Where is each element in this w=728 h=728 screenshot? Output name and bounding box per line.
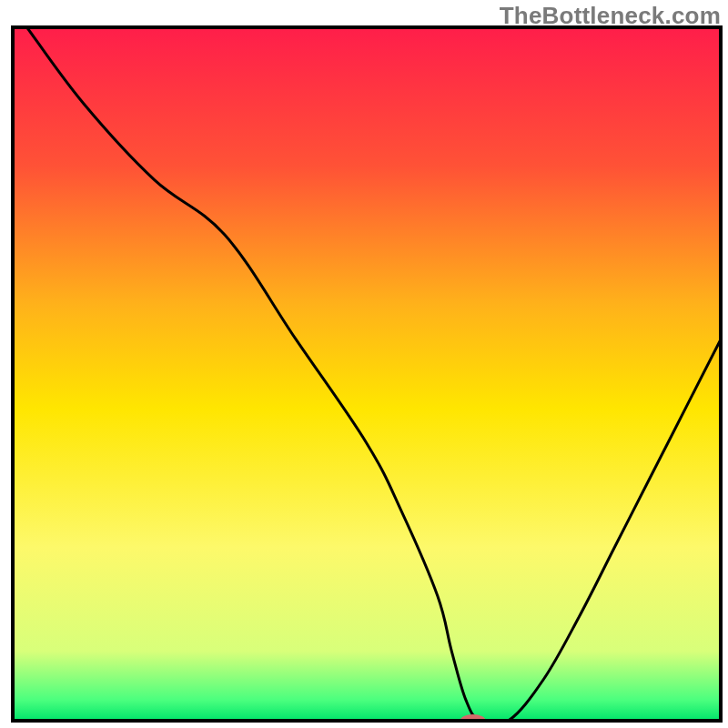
gradient-background <box>13 27 721 721</box>
plot-area <box>13 27 721 727</box>
bottleneck-chart <box>0 0 728 728</box>
chart-container: TheBottleneck.com <box>0 0 728 728</box>
watermark-label: TheBottleneck.com <box>500 2 721 30</box>
